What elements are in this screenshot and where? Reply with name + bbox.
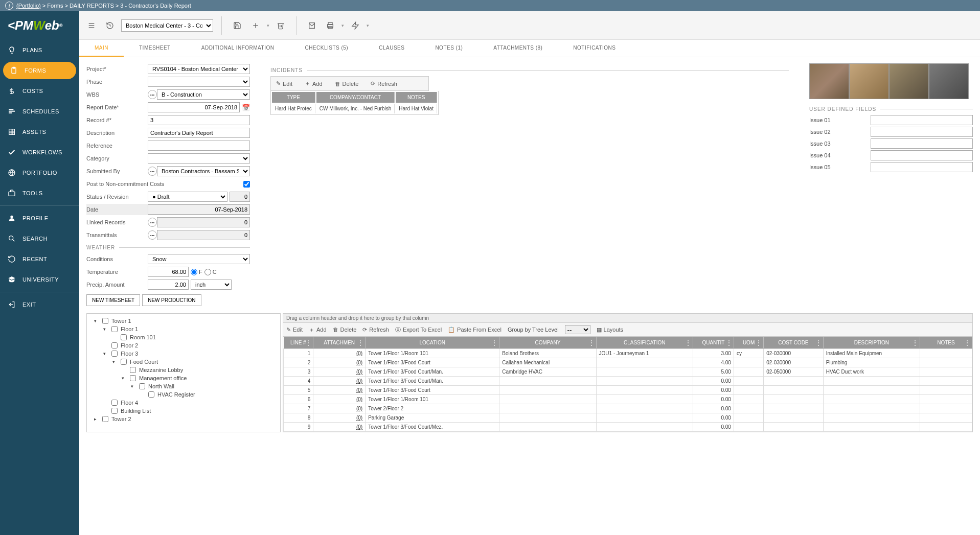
tree-node[interactable]: ▾Food Court: [90, 358, 277, 366]
udf-input[interactable]: [871, 115, 973, 125]
sidebar-item-plans[interactable]: PLANS: [0, 40, 79, 60]
tree-checkbox[interactable]: [102, 318, 108, 324]
project-selector[interactable]: Boston Medical Center - 3 - Contrac: [121, 19, 213, 32]
grid-col-header[interactable]: COST CODE⋮: [764, 337, 823, 349]
history-icon[interactable]: [103, 18, 117, 33]
tree-checkbox[interactable]: [102, 416, 108, 422]
tree-caret-icon[interactable]: ▾: [103, 327, 108, 332]
sidebar-item-exit[interactable]: EXIT: [0, 294, 79, 315]
incidents-add-button[interactable]: ＋ Add: [302, 79, 326, 88]
status-select[interactable]: ● Draft: [148, 192, 227, 202]
temp-input[interactable]: [148, 267, 189, 277]
grid-row[interactable]: 3(0)Tower 1/Floor 3/Food Court/Man.Cambr…: [284, 367, 972, 377]
list-icon[interactable]: [84, 18, 99, 33]
ref-input[interactable]: [148, 141, 250, 151]
tree-caret-icon[interactable]: ▾: [122, 376, 127, 381]
udf-input[interactable]: [871, 138, 973, 149]
tree-node[interactable]: ▾North Wall: [90, 382, 277, 390]
tree-caret-icon[interactable]: ▾: [112, 359, 118, 364]
temp-f-radio[interactable]: [191, 269, 197, 275]
udf-input[interactable]: [871, 127, 973, 137]
tree-node[interactable]: Mezzanine Lobby: [90, 366, 277, 374]
grid-row[interactable]: 6(0)Tower 1/Floor 1/Room 1010.00: [284, 395, 972, 404]
col-contact[interactable]: COMPANY/CONTACT: [316, 92, 395, 103]
cond-select[interactable]: Snow: [148, 254, 250, 264]
grid-row[interactable]: 5(0)Tower 1/Floor 3/Food Court0.00: [284, 386, 972, 395]
grid-add-button[interactable]: ＋ Add: [309, 326, 327, 334]
sidebar-item-search[interactable]: SEARCH: [0, 228, 79, 249]
grid-col-header[interactable]: CLASSIFICATION⋮: [596, 337, 693, 349]
post-checkbox[interactable]: [243, 181, 250, 188]
grid-col-header[interactable]: UOM⋮: [734, 337, 763, 349]
tree-node[interactable]: ▾Management office: [90, 374, 277, 382]
tree-node[interactable]: Building List: [90, 407, 277, 415]
breadcrumb-root[interactable]: (Portfolio): [16, 3, 41, 9]
thumbnail[interactable]: [849, 63, 889, 99]
incidents-edit-button[interactable]: ✎ Edit: [273, 79, 295, 88]
linked-ellipsis[interactable]: •••: [148, 218, 157, 227]
tree-caret-icon[interactable]: ▾: [103, 351, 108, 356]
tree-node[interactable]: Floor 2: [90, 341, 277, 350]
tree-checkbox[interactable]: [130, 367, 136, 373]
col-type[interactable]: TYPE: [272, 92, 315, 103]
temp-c-radio[interactable]: [204, 269, 211, 275]
tree-node[interactable]: HVAC Register: [90, 390, 277, 399]
desc-input[interactable]: [148, 128, 250, 138]
add-dropdown-icon[interactable]: ▾: [267, 23, 269, 28]
tree-caret-icon[interactable]: ▾: [94, 318, 99, 323]
incidents-delete-button[interactable]: 🗑 Delete: [332, 79, 362, 88]
grid-row[interactable]: 8(0)Parking Garage0.00: [284, 413, 972, 423]
thumbnail[interactable]: [889, 63, 929, 99]
tree-checkbox[interactable]: [121, 334, 127, 340]
tab-additional-information[interactable]: ADDITIONAL INFORMATION: [186, 40, 290, 57]
grid-delete-button[interactable]: 🗑 Delete: [333, 327, 357, 333]
grid-col-header[interactable]: ATTACHMEN⋮: [313, 337, 366, 349]
sidebar-item-assets[interactable]: ASSETS: [0, 122, 79, 142]
grid-refresh-button[interactable]: ⟳ Refresh: [362, 327, 389, 333]
tree-node[interactable]: ▾Tower 1: [90, 317, 277, 325]
bolt-dropdown-icon[interactable]: ▾: [367, 23, 369, 28]
phase-select[interactable]: [148, 77, 250, 87]
udf-input[interactable]: [871, 150, 973, 160]
bolt-icon[interactable]: [348, 18, 362, 33]
trans-ellipsis[interactable]: •••: [148, 230, 157, 240]
tab-notes-[interactable]: NOTES (1): [420, 40, 478, 57]
tree-caret-icon[interactable]: ▾: [131, 384, 136, 389]
tree-node[interactable]: Room 101: [90, 333, 277, 341]
info-icon[interactable]: i: [5, 2, 13, 10]
grid-group-hint[interactable]: Drag a column header and drop it here to…: [283, 314, 972, 323]
email-icon[interactable]: [305, 18, 319, 33]
tree-checkbox[interactable]: [111, 400, 118, 406]
thumbnail[interactable]: [929, 63, 969, 99]
tree-checkbox[interactable]: [139, 383, 145, 389]
cat-select[interactable]: [148, 153, 250, 164]
tree-node[interactable]: Floor 4: [90, 399, 277, 407]
tree-node[interactable]: ▾Floor 1: [90, 325, 277, 333]
wbs-ellipsis[interactable]: •••: [148, 90, 157, 99]
grid-col-header[interactable]: QUANTIT⋮: [693, 337, 734, 349]
sidebar-item-recent[interactable]: RECENT: [0, 249, 79, 269]
print-icon[interactable]: [323, 18, 337, 33]
incident-row[interactable]: Hard Hat ProtecCW Millwork, Inc. - Ned F…: [272, 104, 437, 113]
tree-checkbox[interactable]: [111, 408, 118, 414]
tab-clauses[interactable]: CLAUSES: [363, 40, 420, 57]
new-timesheet-button[interactable]: NEW TIMESHEET: [86, 294, 140, 306]
tree-node[interactable]: ▾Floor 3: [90, 350, 277, 358]
tree-checkbox[interactable]: [130, 375, 136, 381]
thumbnail[interactable]: [809, 63, 849, 99]
report-date-input[interactable]: [148, 102, 240, 112]
calendar-icon[interactable]: 📅: [242, 104, 250, 111]
tab-timesheet[interactable]: TIMESHEET: [124, 40, 186, 57]
grid-col-header[interactable]: LINE #⋮: [284, 337, 313, 349]
precip-input[interactable]: [148, 280, 189, 290]
tree-checkbox[interactable]: [111, 326, 118, 332]
col-notes[interactable]: NOTES: [396, 92, 437, 103]
tab-checklists-[interactable]: CHECKLISTS (5): [289, 40, 363, 57]
sidebar-item-schedules[interactable]: SCHEDULES: [0, 101, 79, 122]
tree-checkbox[interactable]: [111, 351, 118, 357]
sidebar-item-tools[interactable]: TOOLS: [0, 183, 79, 203]
tree-caret-icon[interactable]: ▸: [94, 416, 99, 422]
sidebar-item-profile[interactable]: PROFILE: [0, 208, 79, 228]
grid-row[interactable]: 2(0)Tower 1/Floor 3/Food CourtCallahan M…: [284, 358, 972, 367]
grid-row[interactable]: 1(0)Tower 1/Floor 1/Room 101Boland Broth…: [284, 349, 972, 358]
